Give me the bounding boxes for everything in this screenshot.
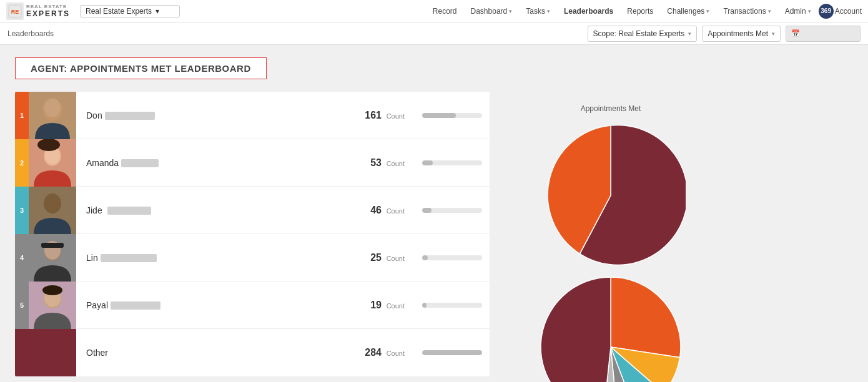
table-row-other: Other 284 Count: [15, 329, 490, 376]
name-payal: Payal: [76, 300, 352, 310]
rank-badge-3: 3: [15, 187, 29, 234]
logo: RE REAL ESTATE EXPERTS: [6, 2, 70, 20]
table-row: 5 Payal: [15, 282, 490, 329]
name-don: Don: [76, 110, 352, 120]
scope-selector[interactable]: Scope: Real Estate Experts ▾: [588, 26, 698, 42]
transactions-arrow: ▾: [768, 8, 771, 14]
dashboard-arrow: ▾: [509, 8, 512, 14]
chart-title: Appointments Met: [581, 104, 641, 113]
name-blur: [107, 207, 151, 215]
pie-svg: [536, 120, 686, 270]
avatar-jide: [29, 187, 76, 234]
svg-point-20: [42, 285, 62, 295]
date-label: 📅: [791, 29, 800, 37]
nav-record[interactable]: Record: [427, 4, 463, 18]
bar-jide: [415, 208, 490, 213]
bar-other: [415, 350, 490, 355]
count-payal: 19 Count: [352, 300, 415, 311]
nav-challenges[interactable]: Challenges ▾: [661, 4, 716, 18]
metric-arrow: ▾: [772, 31, 775, 37]
avatar-lin: [29, 234, 76, 282]
avatar-don: [29, 92, 76, 139]
svg-text:RE: RE: [11, 9, 19, 15]
org-arrow: ▾: [155, 7, 159, 16]
nav-links: Record Dashboard ▾ Tasks ▾ Leaderboards …: [427, 4, 862, 19]
challenges-arrow: ▾: [706, 8, 709, 14]
breadcrumb: Leaderboards: [7, 29, 54, 38]
notifications-badge[interactable]: 369: [819, 4, 834, 19]
name-blur: [105, 112, 155, 120]
rank-badge-2: 2: [15, 139, 29, 187]
avatar-amanda: [29, 139, 76, 187]
navbar: RE REAL ESTATE EXPERTS Real Estate Exper…: [0, 0, 868, 22]
nav-dashboard[interactable]: Dashboard ▾: [465, 4, 519, 18]
name-blur: [121, 159, 159, 167]
rank-badge-5: 5: [15, 282, 29, 329]
org-selector[interactable]: Real Estate Experts ▾: [80, 5, 180, 17]
count-other: 284 Count: [352, 347, 415, 358]
metric-selector[interactable]: Appointments Met ▾: [702, 26, 781, 42]
tasks-arrow: ▾: [547, 8, 550, 14]
table-row: 2 Amanda: [15, 139, 490, 187]
pie-segment-don: [611, 277, 681, 358]
count-jide: 46 Count: [352, 205, 415, 216]
count-don: 161 Count: [352, 110, 415, 121]
scope-arrow: ▾: [688, 31, 691, 37]
bar-don: [415, 113, 490, 118]
right-panel: Appointments Met: [505, 92, 717, 376]
left-panel: 1: [15, 92, 490, 376]
logo-icon: RE: [6, 2, 24, 20]
svg-point-5: [44, 99, 61, 117]
name-jide: Jide: [76, 205, 352, 215]
account-link[interactable]: Account: [835, 7, 862, 16]
nav-admin[interactable]: Admin ▾: [779, 4, 817, 18]
name-other: Other: [76, 348, 352, 358]
table-row: 4 Lin: [15, 234, 490, 282]
bar-payal: [415, 303, 490, 308]
nav-leaderboards[interactable]: Leaderboards: [558, 4, 619, 18]
rank-badge-1: 1: [15, 92, 29, 139]
nav-tasks[interactable]: Tasks ▾: [520, 4, 556, 18]
name-amanda: Amanda: [76, 158, 352, 168]
pie-segment-other: [541, 277, 611, 382]
leaderboard-table: 1: [15, 92, 490, 376]
scope-label: Scope: Real Estate Experts: [593, 29, 685, 38]
avatar-other: [29, 329, 76, 376]
admin-arrow: ▾: [808, 8, 811, 14]
pie-chart-svg: [536, 272, 686, 382]
bar-amanda: [415, 160, 490, 165]
date-selector[interactable]: 📅: [786, 26, 861, 42]
page-title: AGENT: APPOINTMENTS MET LEADERBOARD: [31, 63, 251, 74]
org-label: Real Estate Experts: [86, 7, 152, 16]
main-content: AGENT: APPOINTMENTS MET LEADERBOARD 1: [0, 45, 868, 382]
leaderboard-layout: 1: [15, 92, 853, 376]
name-blur: [111, 301, 160, 310]
table-row: 3 Jide: [15, 187, 490, 234]
nav-transactions[interactable]: Transactions ▾: [717, 4, 777, 18]
count-lin: 25 Count: [352, 252, 415, 263]
table-row: 1: [15, 92, 490, 139]
avatar-payal: [29, 282, 76, 329]
title-box: AGENT: APPOINTMENTS MET LEADERBOARD: [15, 57, 267, 79]
svg-point-12: [44, 193, 61, 212]
metric-label: Appointments Met: [708, 29, 768, 38]
pie-chart: [536, 120, 686, 270]
rank-badge-4: 4: [15, 234, 29, 282]
bar-lin: [415, 255, 490, 260]
name-lin: Lin: [76, 253, 352, 263]
breadcrumb-bar: Leaderboards Scope: Real Estate Experts …: [0, 22, 868, 45]
rank-badge-other: [15, 329, 29, 376]
nav-reports[interactable]: Reports: [621, 4, 659, 18]
count-amanda: 53 Count: [352, 157, 415, 169]
logo-text: REAL ESTATE EXPERTS: [26, 4, 70, 18]
name-blur: [101, 254, 157, 262]
svg-rect-16: [41, 243, 64, 248]
